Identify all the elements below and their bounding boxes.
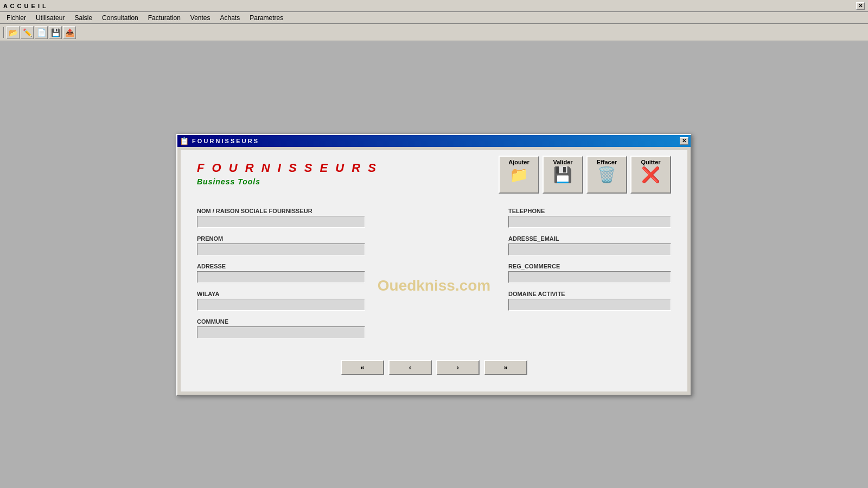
field-commune-group: Commune [197, 318, 487, 338]
quitter-label: Quitter [641, 159, 660, 165]
field-prenom-group: PRENOM [197, 235, 487, 255]
dialog-content: Ajouter 📁 Valider 💾 Effacer 🗑️ Quitter ❌ [181, 150, 687, 391]
dialog-title: F O U R N I S S E U R S [192, 138, 258, 144]
field-email-group: ADRESSE_EMAIL [508, 235, 671, 255]
toolbar-open-btn[interactable]: 📂 [7, 26, 20, 39]
telephone-input[interactable] [508, 216, 671, 228]
menu-saisie[interactable]: Saisie [70, 13, 97, 23]
main-area: 📋 F O U R N I S S E U R S ✕ Ajouter 📁 Va… [0, 41, 868, 488]
field-telephone-group: TELEPHONE [508, 208, 671, 228]
reg-commerce-label: REG_COMMERCE [508, 263, 671, 269]
valider-label: Valider [553, 159, 572, 165]
nav-first-button[interactable]: « [341, 360, 384, 375]
form-header: Ajouter 📁 Valider 💾 Effacer 🗑️ Quitter ❌ [197, 161, 671, 186]
wilaya-label: WILAYA [197, 291, 487, 297]
menu-utilisateur[interactable]: Utilisateur [31, 13, 69, 23]
field-nom-group: NOM / RAISON SOCIALE FOURNISSEUR [197, 208, 487, 228]
domaine-label: DOMAINE ACTIVITE [508, 291, 671, 297]
form-left: NOM / RAISON SOCIALE FOURNISSEUR PRENOM … [197, 208, 487, 338]
menubar: Fichier Utilisateur Saisie Consultation … [0, 12, 868, 24]
menu-fichier[interactable]: Fichier [2, 13, 30, 23]
action-buttons: Ajouter 📁 Valider 💾 Effacer 🗑️ Quitter ❌ [499, 156, 671, 194]
nav-next-button[interactable]: › [436, 360, 480, 375]
toolbar-save-btn[interactable]: 💾 [49, 26, 62, 39]
nav-prev-button[interactable]: ‹ [388, 360, 432, 375]
quitter-button[interactable]: Quitter ❌ [630, 156, 671, 194]
menu-ventes[interactable]: Ventes [186, 13, 215, 23]
toolbar-blank-btn[interactable]: 📄 [35, 26, 48, 39]
menu-achats[interactable]: Achats [216, 13, 245, 23]
reg-commerce-input[interactable] [508, 271, 671, 283]
wilaya-input[interactable] [197, 299, 365, 311]
nom-input[interactable] [197, 216, 365, 228]
adresse-label: ADRESSE [197, 263, 487, 269]
field-adresse-group: ADRESSE [197, 263, 487, 283]
field-reg-commerce-group: REG_COMMERCE [508, 263, 671, 283]
email-label: ADRESSE_EMAIL [508, 235, 671, 242]
prenom-input[interactable] [197, 243, 365, 255]
valider-button[interactable]: Valider 💾 [542, 156, 583, 194]
toolbar-edit-btn[interactable]: ✏️ [21, 26, 34, 39]
domaine-input[interactable] [508, 299, 671, 311]
telephone-label: TELEPHONE [508, 208, 671, 214]
effacer-label: Effacer [597, 159, 617, 165]
app-title: A C C U E I L [3, 3, 47, 9]
ajouter-icon: 📁 [509, 168, 528, 183]
app-close-button[interactable]: ✕ [856, 2, 865, 10]
menu-facturation[interactable]: Facturation [144, 13, 185, 23]
menu-consultation[interactable]: Consultation [98, 13, 143, 23]
adresse-input[interactable] [197, 271, 365, 283]
ajouter-button[interactable]: Ajouter 📁 [499, 156, 539, 194]
nav-last-button[interactable]: » [484, 360, 527, 375]
quitter-icon: ❌ [641, 168, 660, 183]
fournisseurs-dialog: 📋 F O U R N I S S E U R S ✕ Ajouter 📁 Va… [176, 134, 692, 396]
dialog-icon: 📋 [180, 137, 189, 145]
menu-parametres[interactable]: Parametres [245, 13, 288, 23]
field-wilaya-group: WILAYA [197, 291, 487, 311]
commune-input[interactable] [197, 326, 365, 338]
toolbar: 📂 ✏️ 📄 💾 📤 [0, 24, 868, 41]
dialog-close-button[interactable]: ✕ [680, 137, 688, 145]
nom-label: NOM / RAISON SOCIALE FOURNISSEUR [197, 208, 487, 214]
prenom-label: PRENOM [197, 235, 487, 242]
valider-icon: 💾 [553, 168, 572, 183]
ajouter-label: Ajouter [508, 159, 529, 165]
dialog-title-area: 📋 F O U R N I S S E U R S [180, 137, 258, 145]
commune-label: Commune [197, 318, 487, 325]
nav-buttons: « ‹ › » [197, 355, 671, 375]
effacer-button[interactable]: Effacer 🗑️ [586, 156, 627, 194]
toolbar-export-btn[interactable]: 📤 [63, 26, 76, 39]
form-body: Ouedkniss.com NOM / RAISON SOCIALE FOURN… [197, 197, 671, 375]
email-input[interactable] [508, 243, 671, 255]
toolbar-separator [3, 27, 4, 38]
dialog-titlebar: 📋 F O U R N I S S E U R S ✕ [177, 135, 691, 147]
app-titlebar: A C C U E I L ✕ [0, 0, 868, 12]
form-right: TELEPHONE ADRESSE_EMAIL REG_COMMERCE [508, 208, 671, 338]
effacer-icon: 🗑️ [597, 168, 616, 183]
form-fields: NOM / RAISON SOCIALE FOURNISSEUR PRENOM … [197, 197, 671, 338]
field-domaine-group: DOMAINE ACTIVITE [508, 291, 671, 311]
